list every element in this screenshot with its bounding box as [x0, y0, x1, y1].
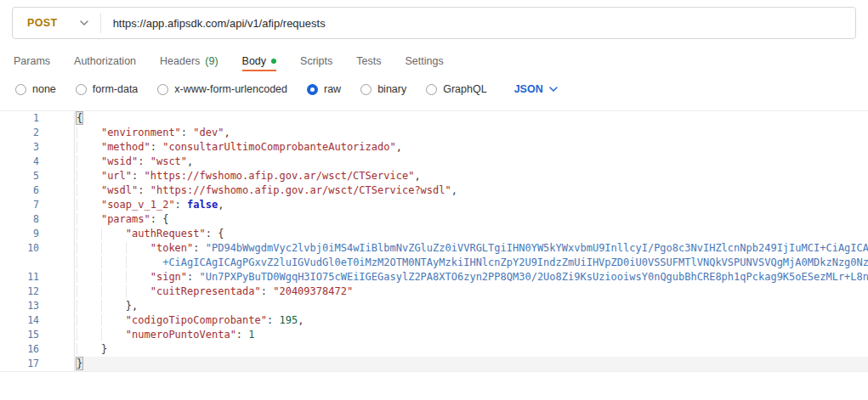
code-token: : [138, 184, 150, 196]
code-token: "wsid" [101, 155, 138, 167]
radio-form-data[interactable]: form-data [76, 83, 139, 95]
code-token [77, 141, 101, 153]
code-editor[interactable]: 1{2 "environment": "dev",3 "method": "co… [0, 110, 868, 372]
code-token: : [236, 329, 248, 341]
unsaved-changes-dot [271, 59, 276, 64]
code-line[interactable]: "environment": "dev", [75, 126, 868, 140]
tab-body[interactable]: Body [242, 49, 277, 71]
language-label: JSON [514, 83, 543, 95]
headers-count-badge: (9) [205, 55, 218, 67]
editor-row[interactable]: 13 }, [0, 299, 868, 313]
radio-x-www-form-urlencoded[interactable]: x-www-form-urlencoded [157, 83, 287, 95]
line-number: 15 [0, 328, 75, 342]
radio-selected-icon [307, 84, 318, 95]
radio-icon [426, 84, 437, 95]
editor-row[interactable]: 6 "wsdl": "https://fwshomo.afip.gov.ar/w… [0, 183, 868, 198]
code-line[interactable]: { [75, 111, 868, 126]
code-token [101, 242, 126, 254]
editor-row[interactable]: 10 "token": "PD94bWwgdmVyc2lvbj0iMS4wIiB… [0, 241, 868, 256]
editor-row[interactable]: 15 "numeroPuntoVenta": 1 [0, 328, 868, 342]
code-line[interactable]: "authRequest": { [75, 227, 868, 241]
code-token: , [414, 170, 420, 182]
code-token: "wsdl" [101, 184, 138, 196]
editor-row[interactable]: 2 "environment": "dev", [0, 126, 868, 140]
code-line[interactable]: "cuitRepresentada": "20409378472" [75, 285, 868, 299]
editor-row[interactable]: +CiAgICAgICAgPGxvZ2luIGVudGl0eT0iMzM2OTM… [0, 256, 868, 270]
code-token: } [101, 343, 107, 355]
code-token: "PD94bWwgdmVyc2lvbj0iMS4wIiBlbmNvZGluZz0… [206, 242, 868, 254]
code-line[interactable]: "soap_v_1_2": false, [75, 198, 868, 212]
editor-row[interactable]: 4 "wsid": "wsct", [0, 155, 868, 169]
tab-settings[interactable]: Settings [405, 49, 443, 71]
code-token [126, 285, 150, 297]
radio-binary[interactable]: binary [360, 83, 406, 95]
body-type-options: none form-data x-www-form-urlencoded raw… [0, 79, 868, 99]
language-selector[interactable]: JSON [514, 83, 558, 95]
editor-row[interactable]: 9 "authRequest": { [0, 227, 868, 241]
code-token: }, [126, 300, 138, 312]
code-token: "token" [150, 242, 194, 254]
chevron-down-icon [80, 20, 88, 25]
radio-none[interactable]: none [15, 83, 56, 95]
radio-icon [157, 84, 168, 95]
editor-row[interactable]: 3 "method": "consultarUltimoComprobanteA… [0, 140, 868, 155]
code-token [77, 213, 101, 225]
editor-row[interactable]: 7 "soap_v_1_2": false, [0, 198, 868, 212]
code-token: "wsct" [150, 155, 187, 167]
editor-row[interactable]: 11 "sign": "Un7PXPyBuTD0WgqH3IO75cWEiIGE… [0, 270, 868, 285]
code-token: : { [206, 228, 224, 239]
tab-scripts[interactable]: Scripts [300, 49, 332, 71]
code-token: false [187, 199, 218, 211]
tab-headers[interactable]: Headers (9) [160, 49, 218, 71]
code-token: : [132, 170, 144, 182]
editor-row[interactable]: 17} [0, 357, 868, 371]
code-token: "codigoTipoComprobante" [126, 314, 267, 326]
tab-params[interactable]: Params [14, 49, 50, 71]
radio-raw[interactable]: raw [307, 83, 341, 95]
code-line[interactable]: "token": "PD94bWwgdmVyc2lvbj0iMS4wIiBlbm… [75, 241, 868, 256]
code-line[interactable]: }, [75, 299, 868, 313]
code-token [126, 256, 150, 268]
code-token: { [77, 112, 82, 124]
code-line[interactable]: "wsdl": "https://fwshomo.afip.gov.ar/wsc… [75, 183, 868, 198]
code-token: "method" [101, 141, 150, 153]
code-line[interactable]: } [75, 357, 868, 371]
tab-authorization[interactable]: Authorization [74, 49, 136, 71]
code-line[interactable]: "codigoTipoComprobante": 195, [75, 313, 868, 328]
code-token: } [77, 358, 82, 369]
editor-row[interactable]: 1{ [0, 111, 868, 126]
code-token: "Un7PXPyBuTD0WgqH3IO75cWEiIGEGasylZ2PA8X… [200, 271, 868, 283]
editor-row[interactable]: 16 } [0, 342, 868, 357]
code-token: "numeroPuntoVenta" [126, 329, 236, 341]
code-line[interactable]: +CiAgICAgICAgPGxvZ2luIGVudGl0eT0iMzM2OTM… [75, 256, 868, 270]
code-line[interactable]: "params": { [75, 212, 868, 227]
line-number: 13 [0, 299, 75, 313]
editor-row[interactable]: 5 "url": "https://fwshomo.afip.gov.ar/ws… [0, 169, 868, 183]
code-line[interactable]: "sign": "Un7PXPyBuTD0WgqH3IO75cWEiIGEGas… [75, 270, 868, 285]
line-number: 4 [0, 155, 75, 169]
code-token: : [187, 271, 199, 283]
code-token [77, 127, 101, 138]
tab-tests[interactable]: Tests [356, 49, 381, 71]
code-line[interactable]: "method": "consultarUltimoComprobanteAut… [75, 140, 868, 155]
code-token: "authRequest" [126, 228, 206, 239]
code-token: : [181, 127, 193, 138]
code-line[interactable]: } [75, 342, 868, 357]
line-number: 8 [0, 212, 75, 227]
url-input[interactable] [101, 8, 855, 38]
method-selector[interactable]: POST [13, 8, 100, 38]
code-line[interactable]: "wsid": "wsct", [75, 155, 868, 169]
code-line[interactable]: "numeroPuntoVenta": 1 [75, 328, 868, 342]
radio-graphql[interactable]: GraphQL [426, 83, 486, 95]
code-line[interactable]: "url": "https://fwshomo.afip.gov.ar/wsct… [75, 169, 868, 183]
code-token: : [175, 199, 187, 211]
code-token [126, 271, 150, 283]
line-number: 10 [0, 241, 75, 256]
line-number: 9 [0, 227, 75, 241]
editor-row[interactable]: 14 "codigoTipoComprobante": 195, [0, 313, 868, 328]
editor-row[interactable]: 8 "params": { [0, 212, 868, 227]
code-token [101, 285, 126, 297]
line-number [0, 256, 75, 270]
code-token: "url" [101, 170, 132, 182]
editor-row[interactable]: 12 "cuitRepresentada": "20409378472" [0, 285, 868, 299]
